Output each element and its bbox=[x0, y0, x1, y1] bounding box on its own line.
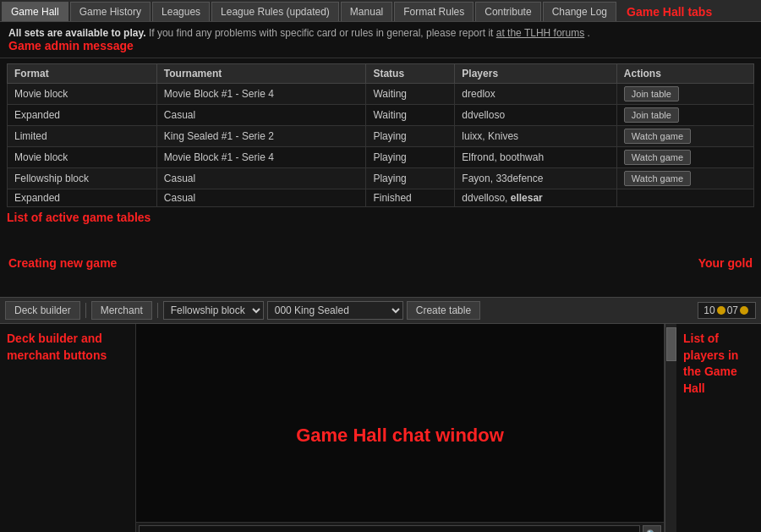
gold-coin-1 bbox=[717, 306, 725, 315]
tab-format-rules[interactable]: Format Rules bbox=[394, 2, 474, 21]
cell-action: Watch game bbox=[616, 168, 753, 189]
cell-players: dredlox bbox=[455, 84, 616, 105]
tab-game-hall[interactable]: Game Hall bbox=[2, 2, 68, 21]
admin-message-bar: All sets are available to play. If you f… bbox=[0, 22, 761, 58]
game-hall-tabs-annotation: Game Hall tabs bbox=[627, 5, 712, 19]
chat-messages: Game Hall chat window bbox=[136, 324, 664, 522]
creating-new-game-label: Creating new game bbox=[8, 256, 117, 270]
cell-action: Join table bbox=[616, 84, 753, 105]
cell-status: Finished bbox=[366, 189, 455, 207]
cell-tournament: Casual bbox=[156, 168, 366, 189]
cell-status: Waiting bbox=[366, 105, 455, 126]
cell-tournament: Movie Block #1 - Serie 4 bbox=[156, 84, 366, 105]
tab-manual[interactable]: Manual bbox=[341, 2, 392, 21]
col-actions: Actions bbox=[616, 64, 753, 84]
table-row: Movie blockMovie Block #1 - Serie 4Playi… bbox=[8, 147, 754, 168]
chat-window-annotation: Game Hall chat window bbox=[296, 425, 504, 447]
chat-send-button[interactable]: 🔍 bbox=[643, 525, 661, 532]
watch-game-button[interactable]: Watch game bbox=[624, 129, 691, 144]
cell-status: Playing bbox=[366, 147, 455, 168]
chat-input[interactable] bbox=[139, 525, 640, 532]
cell-tournament: Casual bbox=[156, 189, 366, 207]
format-select[interactable]: Fellowship blockExpandedMovie blockLimit… bbox=[163, 301, 264, 320]
cell-status: Playing bbox=[366, 126, 455, 147]
table-row: Movie blockMovie Block #1 - Serie 4Waiti… bbox=[8, 84, 754, 105]
main-content: Format Tournament Status Players Actions… bbox=[0, 58, 761, 532]
create-table-button[interactable]: Create table bbox=[407, 301, 480, 320]
gold-display: 10 07 bbox=[698, 302, 756, 319]
join-table-button[interactable]: Join table bbox=[624, 86, 679, 101]
cell-players: Fayon, 33defence bbox=[455, 168, 616, 189]
admin-message-text: If you find any problems with specific c… bbox=[149, 27, 496, 39]
admin-message-bold: All sets are available to play. bbox=[8, 27, 146, 39]
game-tables-annotation: List of active game tables bbox=[7, 211, 151, 224]
watch-game-button[interactable]: Watch game bbox=[624, 150, 691, 165]
gold-value-1: 10 bbox=[704, 304, 714, 316]
gold-value-2: 07 bbox=[727, 304, 738, 316]
scroll-thumb[interactable] bbox=[666, 327, 676, 361]
cell-format: Expanded bbox=[8, 105, 157, 126]
merchant-button[interactable]: Merchant bbox=[91, 301, 152, 320]
watch-game-button[interactable]: Watch game bbox=[624, 171, 691, 186]
create-game-bar: Deck builder Merchant Fellowship blockEx… bbox=[0, 297, 761, 324]
table-body: Movie blockMovie Block #1 - Serie 4Waiti… bbox=[8, 84, 754, 207]
chat-window: Game Hall chat window 🔍 bbox=[135, 324, 665, 532]
cell-action: Watch game bbox=[616, 126, 753, 147]
deck-builder-button[interactable]: Deck builder bbox=[5, 301, 80, 320]
table-row: Fellowship blockCasualPlayingFayon, 33de… bbox=[8, 168, 754, 189]
game-tables-section: Format Tournament Status Players Actions… bbox=[0, 58, 761, 229]
right-panel-annotation: List of players in the Game Hall bbox=[683, 332, 738, 395]
cell-players: Elfrond, boothwah bbox=[455, 147, 616, 168]
cell-players: ddvelloso, ellesar bbox=[455, 189, 616, 207]
cell-format: Movie block bbox=[8, 84, 157, 105]
table-row: LimitedKing Sealed #1 - Serie 2Playinglu… bbox=[8, 126, 754, 147]
cell-action: Watch game bbox=[616, 147, 753, 168]
tab-change-log[interactable]: Change Log bbox=[543, 2, 616, 21]
your-gold-label: Your gold bbox=[698, 256, 753, 270]
join-table-button[interactable]: Join table bbox=[624, 107, 679, 123]
col-tournament: Tournament bbox=[156, 64, 366, 84]
col-players: Players bbox=[455, 64, 616, 84]
cell-action: Join table bbox=[616, 105, 753, 126]
tab-league-rules[interactable]: League Rules (updated) bbox=[211, 2, 339, 21]
cell-format: Fellowship block bbox=[8, 168, 157, 189]
cell-format: Limited bbox=[8, 126, 157, 147]
left-panel-annotation: Deck builder and merchant buttons bbox=[7, 332, 107, 362]
cell-status: Waiting bbox=[366, 84, 455, 105]
left-panel: Deck builder and merchant buttons bbox=[0, 324, 135, 532]
game-table: Format Tournament Status Players Actions… bbox=[7, 63, 754, 207]
tab-game-history[interactable]: Game History bbox=[70, 2, 151, 21]
cell-tournament: King Sealed #1 - Serie 2 bbox=[156, 126, 366, 147]
bottom-section: Deck builder and merchant buttons Game H… bbox=[0, 324, 761, 532]
tab-leagues[interactable]: Leagues bbox=[152, 2, 210, 21]
table-row: ExpandedCasualWaitingddvellosoJoin table bbox=[8, 105, 754, 126]
cell-format: Expanded bbox=[8, 189, 157, 207]
cell-action bbox=[616, 189, 753, 207]
tournament-select[interactable]: 000 King SealedCasualMovie Block #1 - Se… bbox=[267, 301, 403, 320]
cell-players: luixx, Knives bbox=[455, 126, 616, 147]
gold-coin-2 bbox=[740, 306, 748, 315]
chat-scrollbar[interactable] bbox=[665, 324, 676, 532]
col-status: Status bbox=[366, 64, 455, 84]
cell-tournament: Casual bbox=[156, 105, 366, 126]
nav-tabs-bar: Game Hall Game History Leagues League Ru… bbox=[0, 0, 761, 22]
cell-tournament: Movie Block #1 - Serie 4 bbox=[156, 147, 366, 168]
col-format: Format bbox=[8, 64, 157, 84]
right-panel: List of players in the Game Hall bbox=[676, 324, 761, 532]
chat-input-bar: 🔍 bbox=[136, 522, 664, 532]
labels-area: Creating new game Your gold bbox=[0, 229, 761, 297]
chat-container: Game Hall chat window 🔍 bbox=[135, 324, 676, 532]
tab-contribute[interactable]: Contribute bbox=[475, 2, 540, 21]
table-row: ExpandedCasualFinishedddvelloso, ellesar bbox=[8, 189, 754, 207]
bar-divider-2 bbox=[157, 303, 158, 318]
cell-format: Movie block bbox=[8, 147, 157, 168]
cell-status: Playing bbox=[366, 168, 455, 189]
cell-players: ddvelloso bbox=[455, 105, 616, 126]
bar-divider-1 bbox=[85, 303, 86, 318]
admin-message-link[interactable]: at the TLHH forums bbox=[496, 27, 584, 39]
admin-message-annotation: Game admin message bbox=[8, 39, 134, 52]
table-header-row: Format Tournament Status Players Actions bbox=[8, 64, 754, 84]
admin-message-end: . bbox=[588, 27, 590, 39]
